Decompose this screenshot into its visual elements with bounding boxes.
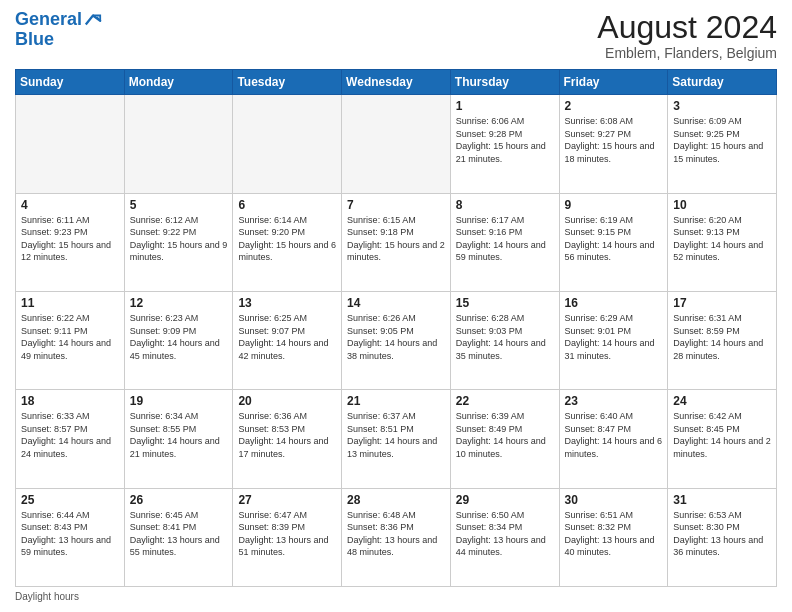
day-info: Sunrise: 6:36 AMSunset: 8:53 PMDaylight:…: [238, 410, 336, 460]
week-row-1: 1Sunrise: 6:06 AMSunset: 9:28 PMDaylight…: [16, 95, 777, 193]
day-info: Sunrise: 6:28 AMSunset: 9:03 PMDaylight:…: [456, 312, 554, 362]
week-row-3: 11Sunrise: 6:22 AMSunset: 9:11 PMDayligh…: [16, 291, 777, 389]
day-number: 22: [456, 394, 554, 408]
calendar-cell-15: 15Sunrise: 6:28 AMSunset: 9:03 PMDayligh…: [450, 291, 559, 389]
day-number: 10: [673, 198, 771, 212]
calendar-cell-3: 3Sunrise: 6:09 AMSunset: 9:25 PMDaylight…: [668, 95, 777, 193]
day-number: 18: [21, 394, 119, 408]
calendar-cell-13: 13Sunrise: 6:25 AMSunset: 9:07 PMDayligh…: [233, 291, 342, 389]
day-info: Sunrise: 6:22 AMSunset: 9:11 PMDaylight:…: [21, 312, 119, 362]
day-number: 9: [565, 198, 663, 212]
day-number: 23: [565, 394, 663, 408]
col-header-friday: Friday: [559, 70, 668, 95]
day-number: 16: [565, 296, 663, 310]
calendar-cell-23: 23Sunrise: 6:40 AMSunset: 8:47 PMDayligh…: [559, 390, 668, 488]
day-number: 13: [238, 296, 336, 310]
day-info: Sunrise: 6:33 AMSunset: 8:57 PMDaylight:…: [21, 410, 119, 460]
logo: General Blue: [15, 10, 102, 50]
day-info: Sunrise: 6:23 AMSunset: 9:09 PMDaylight:…: [130, 312, 228, 362]
day-number: 29: [456, 493, 554, 507]
day-info: Sunrise: 6:12 AMSunset: 9:22 PMDaylight:…: [130, 214, 228, 264]
day-info: Sunrise: 6:11 AMSunset: 9:23 PMDaylight:…: [21, 214, 119, 264]
day-info: Sunrise: 6:17 AMSunset: 9:16 PMDaylight:…: [456, 214, 554, 264]
logo-icon: [84, 13, 102, 27]
day-number: 5: [130, 198, 228, 212]
footer-note: Daylight hours: [15, 591, 777, 602]
day-number: 19: [130, 394, 228, 408]
calendar-cell-10: 10Sunrise: 6:20 AMSunset: 9:13 PMDayligh…: [668, 193, 777, 291]
calendar-cell-4: 4Sunrise: 6:11 AMSunset: 9:23 PMDaylight…: [16, 193, 125, 291]
day-info: Sunrise: 6:34 AMSunset: 8:55 PMDaylight:…: [130, 410, 228, 460]
calendar-cell-24: 24Sunrise: 6:42 AMSunset: 8:45 PMDayligh…: [668, 390, 777, 488]
day-info: Sunrise: 6:53 AMSunset: 8:30 PMDaylight:…: [673, 509, 771, 559]
day-number: 20: [238, 394, 336, 408]
col-header-wednesday: Wednesday: [342, 70, 451, 95]
calendar-cell-17: 17Sunrise: 6:31 AMSunset: 8:59 PMDayligh…: [668, 291, 777, 389]
col-header-sunday: Sunday: [16, 70, 125, 95]
main-title: August 2024: [597, 10, 777, 45]
calendar-cell-30: 30Sunrise: 6:51 AMSunset: 8:32 PMDayligh…: [559, 488, 668, 586]
col-header-tuesday: Tuesday: [233, 70, 342, 95]
header: General Blue August 2024 Emblem, Flander…: [15, 10, 777, 61]
week-row-2: 4Sunrise: 6:11 AMSunset: 9:23 PMDaylight…: [16, 193, 777, 291]
day-number: 24: [673, 394, 771, 408]
day-info: Sunrise: 6:08 AMSunset: 9:27 PMDaylight:…: [565, 115, 663, 165]
calendar-cell-empty-0-0: [16, 95, 125, 193]
week-row-5: 25Sunrise: 6:44 AMSunset: 8:43 PMDayligh…: [16, 488, 777, 586]
day-number: 12: [130, 296, 228, 310]
day-info: Sunrise: 6:37 AMSunset: 8:51 PMDaylight:…: [347, 410, 445, 460]
calendar-cell-9: 9Sunrise: 6:19 AMSunset: 9:15 PMDaylight…: [559, 193, 668, 291]
day-info: Sunrise: 6:09 AMSunset: 9:25 PMDaylight:…: [673, 115, 771, 165]
day-number: 15: [456, 296, 554, 310]
day-info: Sunrise: 6:45 AMSunset: 8:41 PMDaylight:…: [130, 509, 228, 559]
day-number: 3: [673, 99, 771, 113]
calendar-cell-11: 11Sunrise: 6:22 AMSunset: 9:11 PMDayligh…: [16, 291, 125, 389]
logo-text: General: [15, 10, 82, 30]
day-number: 7: [347, 198, 445, 212]
calendar-cell-7: 7Sunrise: 6:15 AMSunset: 9:18 PMDaylight…: [342, 193, 451, 291]
calendar-cell-16: 16Sunrise: 6:29 AMSunset: 9:01 PMDayligh…: [559, 291, 668, 389]
calendar-table: SundayMondayTuesdayWednesdayThursdayFrid…: [15, 69, 777, 587]
calendar-cell-empty-0-3: [342, 95, 451, 193]
day-info: Sunrise: 6:15 AMSunset: 9:18 PMDaylight:…: [347, 214, 445, 264]
calendar-cell-18: 18Sunrise: 6:33 AMSunset: 8:57 PMDayligh…: [16, 390, 125, 488]
day-info: Sunrise: 6:25 AMSunset: 9:07 PMDaylight:…: [238, 312, 336, 362]
day-info: Sunrise: 6:48 AMSunset: 8:36 PMDaylight:…: [347, 509, 445, 559]
day-info: Sunrise: 6:39 AMSunset: 8:49 PMDaylight:…: [456, 410, 554, 460]
day-number: 21: [347, 394, 445, 408]
day-number: 2: [565, 99, 663, 113]
day-number: 8: [456, 198, 554, 212]
calendar-cell-20: 20Sunrise: 6:36 AMSunset: 8:53 PMDayligh…: [233, 390, 342, 488]
calendar-cell-29: 29Sunrise: 6:50 AMSunset: 8:34 PMDayligh…: [450, 488, 559, 586]
week-row-4: 18Sunrise: 6:33 AMSunset: 8:57 PMDayligh…: [16, 390, 777, 488]
day-info: Sunrise: 6:29 AMSunset: 9:01 PMDaylight:…: [565, 312, 663, 362]
day-number: 11: [21, 296, 119, 310]
calendar-cell-27: 27Sunrise: 6:47 AMSunset: 8:39 PMDayligh…: [233, 488, 342, 586]
calendar-cell-1: 1Sunrise: 6:06 AMSunset: 9:28 PMDaylight…: [450, 95, 559, 193]
calendar-cell-5: 5Sunrise: 6:12 AMSunset: 9:22 PMDaylight…: [124, 193, 233, 291]
page: General Blue August 2024 Emblem, Flander…: [0, 0, 792, 612]
calendar-cell-22: 22Sunrise: 6:39 AMSunset: 8:49 PMDayligh…: [450, 390, 559, 488]
calendar-cell-empty-0-2: [233, 95, 342, 193]
calendar-cell-25: 25Sunrise: 6:44 AMSunset: 8:43 PMDayligh…: [16, 488, 125, 586]
col-header-monday: Monday: [124, 70, 233, 95]
day-number: 14: [347, 296, 445, 310]
day-number: 26: [130, 493, 228, 507]
logo-blue: Blue: [15, 30, 102, 50]
calendar-cell-19: 19Sunrise: 6:34 AMSunset: 8:55 PMDayligh…: [124, 390, 233, 488]
day-number: 25: [21, 493, 119, 507]
day-number: 28: [347, 493, 445, 507]
calendar-cell-6: 6Sunrise: 6:14 AMSunset: 9:20 PMDaylight…: [233, 193, 342, 291]
subtitle: Emblem, Flanders, Belgium: [597, 45, 777, 61]
day-number: 6: [238, 198, 336, 212]
calendar-cell-28: 28Sunrise: 6:48 AMSunset: 8:36 PMDayligh…: [342, 488, 451, 586]
calendar-header-row: SundayMondayTuesdayWednesdayThursdayFrid…: [16, 70, 777, 95]
calendar-cell-12: 12Sunrise: 6:23 AMSunset: 9:09 PMDayligh…: [124, 291, 233, 389]
calendar-cell-8: 8Sunrise: 6:17 AMSunset: 9:16 PMDaylight…: [450, 193, 559, 291]
title-block: August 2024 Emblem, Flanders, Belgium: [597, 10, 777, 61]
day-info: Sunrise: 6:31 AMSunset: 8:59 PMDaylight:…: [673, 312, 771, 362]
calendar-cell-14: 14Sunrise: 6:26 AMSunset: 9:05 PMDayligh…: [342, 291, 451, 389]
col-header-thursday: Thursday: [450, 70, 559, 95]
day-number: 17: [673, 296, 771, 310]
day-number: 27: [238, 493, 336, 507]
